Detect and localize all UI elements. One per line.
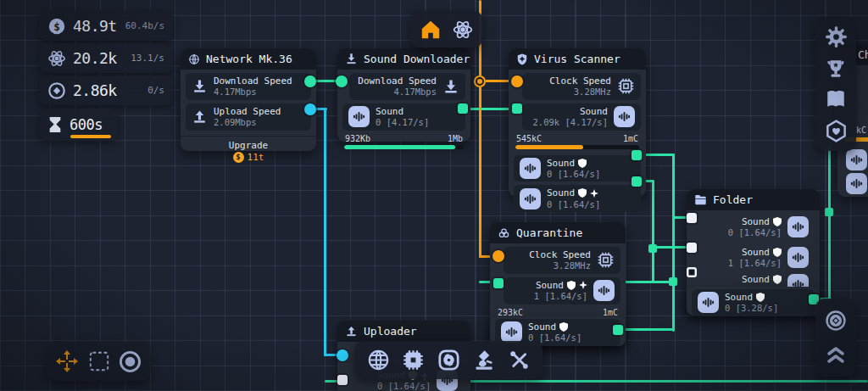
wire-junction[interactable] [669, 277, 677, 286]
port-network-upload-out[interactable] [304, 103, 316, 115]
port-quarantine-clock-in[interactable] [492, 250, 504, 262]
downloader-output-row[interactable]: Sound 0 [4.17/s] [342, 103, 465, 131]
atom-button[interactable] [452, 19, 474, 41]
port-downloader-speed-in[interactable] [336, 75, 348, 87]
row-value: 0 [1.64/s] [377, 381, 431, 391]
target-icon [47, 81, 66, 100]
node-quarantine-header[interactable]: Quarantine [490, 222, 626, 243]
port-uploader-sound-in[interactable] [337, 375, 348, 385]
node-network[interactable]: Network Mk.36 Download Speed 4.17Mbps Up… [181, 48, 316, 151]
node-folder-output[interactable]: Sound 0 [3.28/s] [687, 287, 820, 316]
row-label: Sound [532, 106, 608, 117]
quarantine-sound-input-row[interactable]: Sound 1 [1.64/s] [504, 277, 620, 304]
row-label: Clock Speed [529, 249, 591, 260]
globe-button[interactable] [367, 349, 390, 371]
coin-dollar-icon: $ [47, 17, 66, 36]
row-value: 0 [3.28/s] [725, 303, 778, 314]
download-icon [345, 53, 358, 65]
port-downloader-sound-out[interactable] [458, 103, 468, 114]
shield-icon [773, 248, 782, 257]
node-sound-downloader-header[interactable]: Sound Downloader [337, 48, 470, 70]
scanner-clock-input-row[interactable]: Clock Speed 3.28MHz [522, 73, 641, 100]
scanner-output-row-2[interactable]: Sound 0 [1.64/s] [514, 185, 641, 212]
port-scanner-out-2[interactable] [632, 176, 642, 187]
row-value: 0 [1.64/s] [547, 169, 600, 180]
scanner-sound-input-row[interactable]: Sound 2.09k [4.17/s] [522, 103, 641, 131]
wire-upload-v[interactable] [324, 108, 326, 356]
node-sound-downloader[interactable]: Sound Downloader Download Speed 4.17Mbps… [337, 48, 470, 142]
network-upload-row[interactable]: Upload Speed 2.09Mbps [186, 103, 311, 131]
cpu-chip-button[interactable] [402, 349, 425, 371]
shield-icon [578, 188, 587, 198]
node-folder-header[interactable]: Folder [687, 189, 820, 210]
game-canvas[interactable]: Network Mk.36 Download Speed 4.17Mbps Up… [0, 0, 868, 391]
wire-folder-out-v[interactable] [828, 146, 831, 300]
port-scanner-clock-in[interactable] [511, 75, 523, 87]
wire-quarantine-out-h[interactable] [618, 328, 675, 331]
marquee-select-button[interactable] [88, 350, 110, 372]
wire-scanner-out1-v[interactable] [672, 154, 675, 332]
port-quarantine-out[interactable] [613, 325, 623, 335]
folder-input-row-1[interactable]: Sound 0 [1.64/s] [698, 214, 815, 241]
quarantine-clock-input-row[interactable]: Clock Speed 3.28MHz [504, 247, 620, 274]
wire-scanner-out2-v[interactable] [652, 180, 654, 283]
wire-junction[interactable] [825, 208, 833, 216]
port-folder-in-1[interactable] [687, 213, 697, 223]
home-button[interactable] [420, 19, 442, 41]
network-upgrade-button[interactable]: Upgrade $ 11t [181, 136, 316, 168]
move-tool-button[interactable] [55, 349, 79, 373]
sound-icon [501, 321, 522, 343]
chevrons-up-button[interactable] [824, 343, 848, 366]
row-value: 1 [1.64/s] [534, 291, 587, 302]
scanner-output-row-1[interactable]: Sound 0 [1.64/s] [514, 155, 641, 182]
trophy-button[interactable] [825, 58, 847, 80]
port-folder-in-2[interactable] [687, 243, 697, 253]
node-uploader-header[interactable]: Uploader [337, 321, 470, 342]
node-title: Uploader [364, 325, 417, 338]
resource-prestige: 2.86k 0/s [39, 75, 173, 105]
shield-icon [773, 217, 782, 226]
wire-junction-clock[interactable] [474, 75, 486, 87]
progress-current: 932Kb [345, 134, 370, 143]
node-virus-scanner[interactable]: Virus Scanner Clock Speed 3.28MHz Sound … [509, 48, 646, 197]
downloader-input-row[interactable]: Download Speed 4.17Mbps [349, 73, 465, 100]
shield-icon [756, 293, 765, 302]
row-label: Sound [742, 247, 770, 258]
row-label: Sound [528, 321, 556, 332]
port-scanner-out-1[interactable] [632, 150, 642, 160]
node-network-header[interactable]: Network Mk.36 [181, 48, 316, 70]
circle-select-button[interactable] [119, 350, 142, 373]
sound-icon [846, 149, 867, 170]
network-download-row[interactable]: Download Speed 4.17Mbps [186, 73, 311, 100]
wire-junction[interactable] [648, 244, 657, 253]
port-uploader-speed-in[interactable] [337, 349, 348, 361]
sound-icon [520, 158, 541, 179]
row-label: Sound [376, 106, 429, 117]
port-folder-in-3[interactable] [687, 267, 697, 277]
hexagon-heart-button[interactable] [825, 120, 848, 142]
folder-input-row-2[interactable]: Sound 1 [1.64/s] [698, 244, 815, 271]
port-scanner-sound-in[interactable] [512, 103, 522, 114]
tools-button[interactable] [508, 349, 531, 371]
row-value: 3.28MHz [529, 260, 591, 271]
gear-button[interactable] [825, 25, 848, 48]
download-icon [442, 78, 459, 95]
timer-panel: 600s [39, 109, 119, 141]
port-network-download-out[interactable] [304, 75, 316, 87]
target-button[interactable] [824, 309, 848, 332]
row-label: Clock Speed [549, 75, 611, 87]
upgrade-cost: 11t [248, 152, 264, 163]
node-virus-scanner-header[interactable]: Virus Scanner [509, 48, 646, 70]
fan-button[interactable] [437, 349, 460, 371]
row-label: Download Speed [214, 75, 292, 87]
book-button[interactable] [825, 88, 847, 110]
row-label: Upload Speed [214, 106, 281, 117]
resource-rate: 13.1/s [131, 53, 164, 64]
row-value: 3.28MHz [549, 87, 611, 98]
folder-output-row[interactable]: Sound 0 [3.28/s] [692, 289, 815, 316]
sound-icon [787, 216, 809, 237]
microscope-button[interactable] [472, 349, 495, 371]
row-label: Sound [725, 292, 753, 303]
port-quarantine-sound-in[interactable] [493, 278, 504, 288]
upgrade-label: Upgrade [181, 140, 316, 151]
